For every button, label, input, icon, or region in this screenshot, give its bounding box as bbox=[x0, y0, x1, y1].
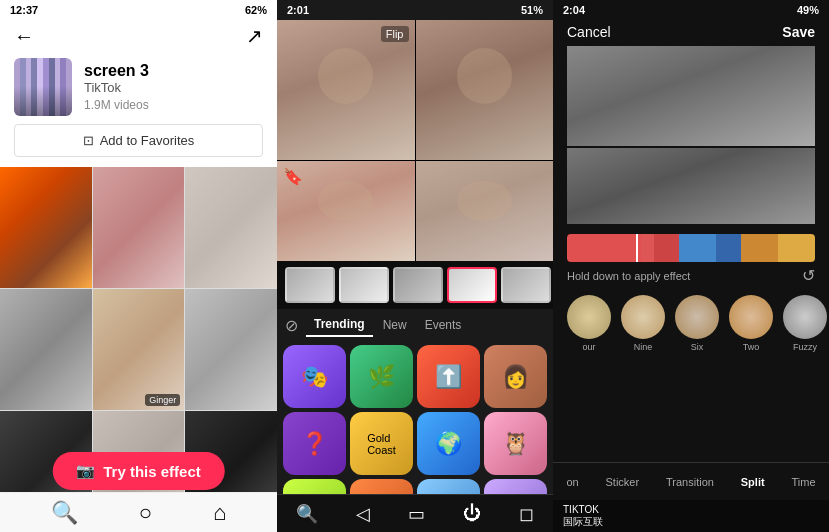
power-icon[interactable]: ⏻ bbox=[463, 503, 481, 524]
effect-text: screen 3 TikTok 1.9M videos bbox=[84, 62, 149, 113]
effect-icon-8[interactable]: 🦉 bbox=[484, 412, 547, 475]
btab-on[interactable]: on bbox=[566, 476, 578, 488]
grid-cell-6[interactable] bbox=[185, 289, 277, 410]
grid-cell-4[interactable] bbox=[0, 289, 92, 410]
bottom-navigation-1: 🔍 ○ ⌂ bbox=[0, 492, 277, 532]
btab-sticker[interactable]: Sticker bbox=[606, 476, 640, 488]
save-button[interactable]: Save bbox=[782, 24, 815, 40]
square-icon[interactable]: ◻ bbox=[519, 503, 534, 525]
effect-strip-item-5[interactable] bbox=[501, 267, 551, 303]
effect-label-fuzzy: Fuzzy bbox=[793, 342, 817, 352]
search-icon-1[interactable]: 🔍 bbox=[51, 500, 78, 526]
time-1: 12:37 bbox=[10, 4, 38, 16]
effect-item-two[interactable]: Two bbox=[729, 295, 773, 352]
bottom-navigation-2: 🔍 ◁ ▭ ⏻ ◻ bbox=[277, 494, 553, 532]
effect-item-nine[interactable]: Nine bbox=[621, 295, 665, 352]
grid-cell-2[interactable] bbox=[93, 167, 185, 288]
btab-transition[interactable]: Transition bbox=[666, 476, 714, 488]
effect-icon-6[interactable]: GoldCoast bbox=[350, 412, 413, 475]
effect-icon-10[interactable]: Miles bbox=[350, 479, 413, 494]
flip-label[interactable]: Flip bbox=[381, 26, 409, 42]
battery-2: 51% bbox=[521, 4, 543, 16]
grid-cell-5[interactable]: Ginger bbox=[93, 289, 185, 410]
tab-events[interactable]: Events bbox=[417, 314, 470, 336]
battery-3: 49% bbox=[797, 4, 819, 16]
hold-down-text: Hold down to apply effect bbox=[567, 270, 690, 282]
face-preview-lower bbox=[567, 148, 815, 224]
tab-new[interactable]: New bbox=[375, 314, 415, 336]
effect-icon-3[interactable]: ⬆️ bbox=[417, 345, 480, 408]
add-favorites-label: Add to Favorites bbox=[100, 133, 195, 148]
undo-button[interactable]: ↺ bbox=[802, 266, 815, 285]
effect-label-six: Six bbox=[691, 342, 704, 352]
panel-editor: 2:04 49% Cancel Save ▶ Hold down to appl… bbox=[553, 0, 829, 532]
tiktok-logo: TIKTOK国际互联 bbox=[563, 504, 603, 529]
battery-1: 62% bbox=[245, 4, 267, 16]
preview-top bbox=[567, 46, 815, 146]
effect-item-our[interactable]: our bbox=[567, 295, 611, 352]
status-bar-3: 2:04 49% bbox=[553, 0, 829, 20]
bookmark-icon-2[interactable]: 🔖 bbox=[283, 167, 303, 186]
effect-item-fuzzy[interactable]: Fuzzy bbox=[783, 295, 827, 352]
time-2: 2:01 bbox=[287, 4, 309, 16]
effect-title: screen 3 bbox=[84, 62, 149, 80]
back-icon-2[interactable]: ◁ bbox=[356, 503, 370, 525]
grid-cell-3[interactable] bbox=[185, 167, 277, 288]
video-count: 1.9M videos bbox=[84, 98, 149, 112]
face-preview-upper bbox=[567, 46, 815, 146]
camera-feed-1: Flip bbox=[277, 20, 415, 160]
menu-icon-1[interactable]: ⌂ bbox=[213, 500, 226, 526]
btab-split[interactable]: Split bbox=[741, 476, 765, 488]
camera-feed-2 bbox=[416, 20, 554, 160]
camera-feed-3: 🔖 bbox=[277, 161, 415, 261]
effect-thumbnail bbox=[14, 58, 72, 116]
bottom-bar-3: TIKTOK国际互联 bbox=[553, 500, 829, 532]
status-bar-1: 12:37 62% bbox=[0, 0, 277, 20]
effect-source: TikTok bbox=[84, 80, 149, 95]
effects-grid: 🎭 🌿 ⬆️ 👩 ❓ GoldCoast 🌍 🦉 ✨ Miles 🌸 bbox=[277, 341, 553, 494]
camera-icon: 📷 bbox=[76, 462, 95, 480]
home-icon-1[interactable]: ○ bbox=[139, 500, 152, 526]
timeline[interactable] bbox=[567, 234, 815, 262]
try-effect-button[interactable]: 📷 Try this effect bbox=[52, 452, 225, 490]
effect-icon-11[interactable]: 🌸 bbox=[417, 479, 480, 494]
effect-strip-item-2[interactable] bbox=[339, 267, 389, 303]
effect-strip-item-1[interactable] bbox=[285, 267, 335, 303]
video-preview: ▶ bbox=[553, 46, 829, 226]
back-icon[interactable]: ← bbox=[14, 25, 34, 48]
effect-strip-item-4[interactable] bbox=[447, 267, 497, 303]
effect-strip bbox=[277, 261, 553, 309]
no-icon: ⊘ bbox=[285, 316, 298, 335]
effect-item-six[interactable]: Six bbox=[675, 295, 719, 352]
topbar-1: ← ↗ bbox=[0, 20, 277, 54]
effects-row: our Nine Six Two Fuzzy Three bbox=[553, 291, 829, 356]
panel-screen3: 12:37 62% ← ↗ screen 3 TikTok 1.9M video… bbox=[0, 0, 277, 532]
effect-label-two: Two bbox=[743, 342, 760, 352]
home-icon-2[interactable]: ▭ bbox=[408, 503, 425, 525]
effect-icon-12[interactable]: 🌈 bbox=[484, 479, 547, 494]
effect-strip-item-3[interactable] bbox=[393, 267, 443, 303]
search-icon-2[interactable]: 🔍 bbox=[296, 503, 318, 525]
share-icon[interactable]: ↗ bbox=[246, 24, 263, 48]
bottom-tabs-editor: on Sticker Transition Split Time bbox=[553, 462, 829, 500]
effect-icon-7[interactable]: 🌍 bbox=[417, 412, 480, 475]
panel-camera: 2:01 51% Flip 🔖 ⊘ Trending New Events 🎭 … bbox=[277, 0, 553, 532]
add-favorites-button[interactable]: ⊡ Add to Favorites bbox=[14, 124, 263, 157]
grid-cell-1[interactable] bbox=[0, 167, 92, 288]
preview-bottom: ▶ bbox=[567, 148, 815, 224]
effect-label-our: our bbox=[582, 342, 595, 352]
btab-time[interactable]: Time bbox=[791, 476, 815, 488]
effect-icon-2[interactable]: 🌿 bbox=[350, 345, 413, 408]
ginger-label: Ginger bbox=[145, 394, 180, 406]
effect-icon-5[interactable]: ❓ bbox=[283, 412, 346, 475]
timeline-cursor bbox=[636, 234, 638, 262]
cancel-button[interactable]: Cancel bbox=[567, 24, 611, 40]
tab-trending[interactable]: Trending bbox=[306, 313, 373, 337]
effect-icon-4[interactable]: 👩 bbox=[484, 345, 547, 408]
effect-label-nine: Nine bbox=[634, 342, 653, 352]
effect-icon-1[interactable]: 🎭 bbox=[283, 345, 346, 408]
effect-icon-9[interactable]: ✨ bbox=[283, 479, 346, 494]
camera-feed-4 bbox=[416, 161, 554, 261]
status-bar-2: 2:01 51% bbox=[277, 0, 553, 20]
effect-info: screen 3 TikTok 1.9M videos bbox=[0, 54, 277, 124]
